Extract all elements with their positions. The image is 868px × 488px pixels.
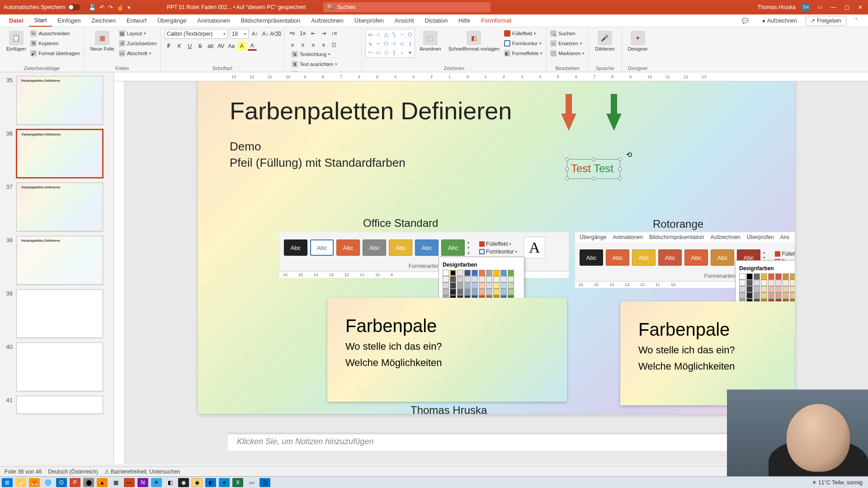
app-icon-5[interactable]: ◐ bbox=[205, 478, 216, 487]
chrome-icon[interactable]: 🌐 bbox=[42, 478, 53, 487]
minimize-icon[interactable]: — bbox=[829, 4, 837, 10]
redo-icon[interactable]: ↷ bbox=[108, 4, 113, 11]
tab-dictation[interactable]: Dictation bbox=[420, 14, 453, 27]
thumb-39[interactable] bbox=[16, 289, 103, 338]
tab-draw[interactable]: Zeichnen bbox=[86, 14, 121, 27]
tab-insert[interactable]: Einfügen bbox=[52, 14, 86, 27]
onenote-icon[interactable]: N bbox=[137, 478, 148, 487]
strike-button[interactable]: S bbox=[196, 42, 205, 51]
underline-button[interactable]: U bbox=[185, 42, 194, 51]
thumb-41[interactable] bbox=[16, 396, 103, 414]
explorer-icon[interactable]: 📁 bbox=[15, 478, 26, 487]
edge-icon[interactable]: e bbox=[219, 478, 230, 487]
numbering-button[interactable]: 1≡ bbox=[298, 29, 307, 38]
align-right-button[interactable]: ≡ bbox=[309, 41, 318, 50]
align-text-button[interactable]: ⬍Text ausrichten▾ bbox=[292, 60, 358, 69]
quick-styles-button[interactable]: ◧Schnellformat-vorlagen bbox=[446, 29, 502, 53]
find-button[interactable]: 🔍Suchen bbox=[550, 29, 585, 38]
font-color-button[interactable]: A bbox=[248, 42, 257, 51]
app-icon-1[interactable]: ⬤ bbox=[83, 478, 94, 487]
obs-icon[interactable]: ◉ bbox=[178, 478, 189, 487]
search-box[interactable]: 🔍 Suchen bbox=[323, 2, 491, 12]
app-icon-2[interactable]: ▦ bbox=[110, 478, 121, 487]
slide-title[interactable]: Farbenpaletten Definieren bbox=[230, 97, 763, 125]
tab-animations[interactable]: Animationen bbox=[192, 14, 235, 27]
current-slide[interactable]: Farbenpaletten Definieren Demo Pfeil (Fü… bbox=[198, 81, 795, 414]
italic-button[interactable]: K bbox=[175, 42, 184, 51]
increase-font-icon[interactable]: A↑ bbox=[250, 29, 259, 38]
bold-button[interactable]: F bbox=[165, 42, 174, 51]
font-name-select[interactable]: Calibri (Textkörper)▾ bbox=[165, 29, 228, 39]
app-icon-6[interactable]: ▭ bbox=[246, 478, 257, 487]
slide-body[interactable]: Demo Pfeil (Füllung) mit Standardfarben bbox=[230, 138, 763, 171]
dictate-button[interactable]: 🎤Diktieren bbox=[592, 29, 617, 53]
vlc-icon[interactable]: ▲ bbox=[97, 478, 108, 487]
designer-button[interactable]: ✦Designer bbox=[625, 29, 651, 53]
tab-transitions[interactable]: Übergänge bbox=[152, 14, 192, 27]
arrange-button[interactable]: ⬚Anordnen bbox=[417, 29, 444, 53]
thumb-35[interactable]: Farbenpaletten Definieren bbox=[16, 76, 103, 125]
highlight-button[interactable]: A bbox=[237, 42, 246, 51]
layout-button[interactable]: ▤Layout▾ bbox=[119, 29, 157, 38]
autosave-toggle[interactable]: Automatisches Speichern bbox=[4, 4, 80, 10]
increase-indent-button[interactable]: ⇥ bbox=[319, 29, 328, 38]
line-spacing-button[interactable]: ↕≡ bbox=[330, 29, 339, 38]
tab-record[interactable]: Aufzeichnen bbox=[306, 14, 349, 27]
decrease-font-icon[interactable]: A↓ bbox=[261, 29, 270, 38]
tab-slideshow[interactable]: Bildschirmpräsentation bbox=[236, 14, 306, 27]
format-painter-button[interactable]: 🖌Format übertragen bbox=[30, 49, 80, 58]
char-spacing-button[interactable]: AV bbox=[217, 42, 226, 51]
change-case-button[interactable]: Aa bbox=[227, 42, 236, 51]
bullets-button[interactable]: •≡ bbox=[288, 29, 297, 38]
tab-view[interactable]: Ansicht bbox=[389, 14, 420, 27]
copy-button[interactable]: ⧉Kopieren bbox=[30, 39, 80, 48]
thumb-40[interactable] bbox=[16, 343, 103, 391]
weather-widget[interactable]: ☀ 11°C Teilw. sonnig bbox=[812, 479, 863, 486]
slide-counter[interactable]: Folie 36 von 46 bbox=[5, 469, 42, 475]
thumb-36[interactable]: Farbenpaletten Definieren bbox=[16, 129, 103, 178]
shape-effects-button[interactable]: ◐Formeffekte▾ bbox=[504, 49, 543, 58]
tab-help[interactable]: Hilfe bbox=[453, 14, 476, 27]
thumb-38[interactable]: Farbenpaletten Definieren bbox=[16, 236, 103, 285]
outlook-icon[interactable]: O bbox=[56, 478, 67, 487]
shadow-button[interactable]: ab bbox=[206, 42, 215, 51]
save-icon[interactable]: 💾 bbox=[89, 4, 96, 11]
user-name[interactable]: Thomas Hruska bbox=[757, 4, 796, 10]
tab-file[interactable]: Datei bbox=[4, 14, 29, 27]
record-button[interactable]: ● Aufzeichnen bbox=[757, 16, 802, 26]
tab-review[interactable]: Überprüfen bbox=[349, 14, 389, 27]
accessibility-status[interactable]: ⚠ Barrierefreiheit: Untersuchen bbox=[104, 469, 180, 475]
reset-button[interactable]: ↺Zurücksetzen bbox=[119, 39, 157, 48]
user-avatar[interactable]: TH bbox=[801, 3, 810, 12]
comments-button[interactable]: 💬 bbox=[737, 16, 754, 26]
font-size-select[interactable]: 18▾ bbox=[230, 29, 249, 39]
shapes-gallery[interactable]: ▭○△╲→⬡ ↘↔⬠☆◇{ 〰⬭⬯}⬩▾ bbox=[365, 29, 415, 58]
app-icon-active[interactable]: ◉ bbox=[192, 478, 203, 487]
justify-button[interactable]: ≡ bbox=[319, 41, 328, 50]
language-status[interactable]: Deutsch (Österreich) bbox=[48, 469, 98, 475]
app-icon-4[interactable]: ◧ bbox=[165, 478, 175, 487]
excel-icon[interactable]: X bbox=[232, 478, 243, 487]
text-direction-button[interactable]: ⇅Textrichtung▾ bbox=[292, 50, 358, 59]
telegram-icon[interactable]: ✈ bbox=[151, 478, 162, 487]
shape-outline-button[interactable]: Formkontur▾ bbox=[504, 39, 543, 48]
selected-textbox[interactable]: ⟲ Test Test bbox=[567, 159, 620, 179]
app-icon-7[interactable]: ◫ bbox=[259, 478, 270, 487]
undo-icon[interactable]: ↶ bbox=[99, 4, 104, 11]
cut-button[interactable]: ✂Ausschneiden bbox=[30, 29, 80, 38]
qat-more-icon[interactable]: ▾ bbox=[127, 4, 131, 11]
tab-shape-format[interactable]: Formformat bbox=[476, 14, 517, 27]
share-button[interactable]: ↗ Freigeben bbox=[806, 16, 846, 26]
decrease-indent-button[interactable]: ⇤ bbox=[309, 29, 318, 38]
powerpoint-icon[interactable]: P bbox=[70, 478, 80, 487]
filename[interactable]: PPT 01 Roter Faden 002... • Auf "diesem … bbox=[167, 4, 310, 10]
rotate-handle[interactable]: ⟲ bbox=[626, 150, 632, 157]
new-slide-button[interactable]: ▦Neue Folie bbox=[88, 29, 117, 53]
thumbnail-panel[interactable]: 35Farbenpaletten Definieren 36Farbenpale… bbox=[0, 72, 114, 464]
select-button[interactable]: ⬚Markieren▾ bbox=[550, 49, 585, 58]
section-button[interactable]: ▭Abschnitt▾ bbox=[119, 49, 157, 58]
align-center-button[interactable]: ≡ bbox=[298, 41, 307, 50]
start-button[interactable]: ⊞ bbox=[2, 478, 13, 487]
shape-fill-button[interactable]: Fülleffekt▾ bbox=[504, 29, 543, 38]
thumb-37[interactable]: Farbenpaletten Definieren bbox=[16, 183, 103, 231]
